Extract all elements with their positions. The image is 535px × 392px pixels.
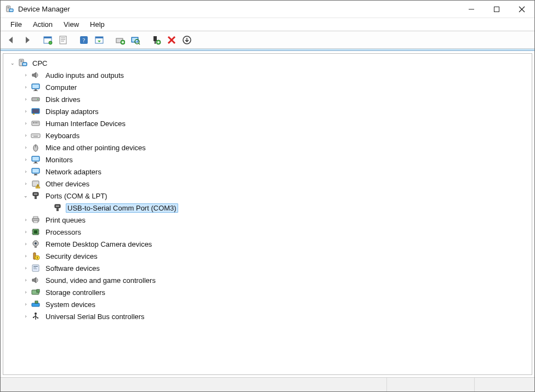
tree-node-label: Security devices <box>44 252 99 261</box>
close-button[interactable] <box>509 1 534 18</box>
scan-hardware-button[interactable] <box>128 33 143 47</box>
tree-node-storage[interactable]: ›Storage controllers <box>5 286 530 298</box>
tree-node-label: Keyboards <box>44 131 81 140</box>
chevron-right-icon[interactable]: › <box>22 228 30 236</box>
mouse-icon <box>31 143 41 152</box>
chevron-right-icon[interactable]: › <box>22 300 30 308</box>
chevron-right-icon[interactable]: › <box>22 132 30 139</box>
tree-node-software[interactable]: ›Software devices <box>5 262 530 274</box>
tree-node-label: Remote Desktop Camera devices <box>44 240 153 249</box>
tree-node-sound[interactable]: ›Sound, video and game controllers <box>5 274 530 286</box>
tree-node-label: Network adapters <box>44 167 103 177</box>
hid-icon <box>31 118 41 128</box>
menu-action[interactable]: Action <box>27 19 58 30</box>
chevron-down-icon[interactable]: ⌄ <box>9 59 16 67</box>
tree-node-other[interactable]: ›Other devices <box>5 178 530 190</box>
update-driver-button[interactable] <box>113 33 127 47</box>
device-tree-pane[interactable]: ⌄CPC›Audio inputs and outputs›Computer›D… <box>3 53 532 375</box>
tree-node-label: Universal Serial Bus controllers <box>44 312 146 321</box>
chevron-right-icon[interactable]: › <box>22 252 30 260</box>
toolbar: ? <box>1 31 534 49</box>
status-cell-1 <box>1 378 386 391</box>
tree-node-label: Processors <box>44 228 83 237</box>
tree-node-label: Print queues <box>44 215 87 225</box>
tree-node-label: Storage controllers <box>44 288 107 297</box>
chevron-right-icon[interactable]: › <box>22 313 30 320</box>
software-device-icon <box>31 263 41 273</box>
camera-icon <box>31 239 41 249</box>
device-manager-window: Device Manager File Action View Help <box>0 0 535 392</box>
disable-button[interactable] <box>180 33 194 47</box>
tree-node-usbserial[interactable]: USB-to-Serial Comm Port (COM3) <box>5 202 530 214</box>
tree-node-camera[interactable]: ›Remote Desktop Camera devices <box>5 238 530 250</box>
tree-node-audio[interactable]: ›Audio inputs and outputs <box>5 69 530 81</box>
tree-node-ports[interactable]: ⌄Ports (COM & LPT) <box>5 190 530 202</box>
cpu-icon <box>31 227 41 237</box>
tree-node-label: Ports (COM & LPT) <box>44 191 109 201</box>
chevron-right-icon[interactable]: › <box>22 95 30 103</box>
chevron-right-icon[interactable]: › <box>22 288 30 296</box>
menu-help[interactable]: Help <box>84 19 110 30</box>
add-legacy-button[interactable] <box>149 33 163 47</box>
chevron-right-icon[interactable]: › <box>22 156 30 163</box>
chevron-right-icon[interactable]: › <box>22 240 30 248</box>
tree-node-label: USB-to-Serial Comm Port (COM3) <box>66 203 178 213</box>
tree-node-monitors[interactable]: ›Monitors <box>5 154 530 166</box>
svg-text:?: ? <box>83 37 86 43</box>
help-button[interactable]: ? <box>77 33 91 47</box>
svg-rect-92 <box>155 41 156 44</box>
back-button[interactable] <box>4 33 19 47</box>
status-cell-2 <box>386 378 474 391</box>
keyboard-icon <box>31 130 41 140</box>
menu-file[interactable]: File <box>5 19 27 30</box>
display-adapter-icon <box>31 106 41 116</box>
chevron-right-icon[interactable]: › <box>22 144 30 151</box>
tree-node-disk[interactable]: ›Disk drives <box>5 93 530 105</box>
titlebar: Device Manager <box>1 1 534 18</box>
tree-node-mice[interactable]: ›Mice and other pointing devices <box>5 141 530 154</box>
refresh-button[interactable] <box>92 33 106 47</box>
tree-node-label: Software devices <box>44 264 101 273</box>
printer-icon <box>31 215 41 225</box>
menubar: File Action View Help <box>1 18 534 31</box>
warning-device-icon <box>31 179 41 189</box>
port-icon <box>31 191 41 201</box>
menu-view[interactable]: View <box>58 19 84 30</box>
uninstall-button[interactable] <box>164 33 179 47</box>
properties-button[interactable] <box>56 33 70 47</box>
usb-icon <box>31 311 41 321</box>
svg-rect-77 <box>60 36 66 44</box>
tree-node-keyboards[interactable]: ›Keyboards <box>5 129 530 141</box>
chevron-right-icon[interactable]: › <box>22 168 30 175</box>
tree-node-printq[interactable]: ›Print queues <box>5 214 530 226</box>
chevron-right-icon[interactable]: › <box>22 120 30 127</box>
minimize-button[interactable] <box>459 1 484 18</box>
tree-node-system[interactable]: ›System devices <box>5 298 530 310</box>
svg-line-90 <box>139 43 140 44</box>
chevron-right-icon[interactable]: › <box>22 216 30 224</box>
tree-node-computer[interactable]: ›Computer <box>5 81 530 93</box>
tree-node-label: Monitors <box>44 155 75 164</box>
svg-rect-91 <box>153 36 157 41</box>
chevron-right-icon[interactable]: › <box>22 107 30 115</box>
chevron-right-icon[interactable]: › <box>22 180 30 188</box>
chevron-right-icon[interactable]: › <box>22 264 30 272</box>
tree-node-root[interactable]: ⌄CPC <box>5 57 530 69</box>
forward-button[interactable] <box>20 33 34 47</box>
tree-node-hid[interactable]: ›Human Interface Devices <box>5 117 530 129</box>
maximize-button[interactable] <box>484 1 509 18</box>
show-hidden-button[interactable] <box>41 33 55 47</box>
tree-node-usb[interactable]: ›Universal Serial Bus controllers <box>5 310 530 322</box>
tree-node-label: Disk drives <box>44 95 82 104</box>
app-icon <box>5 5 14 14</box>
chevron-right-icon[interactable]: › <box>22 276 30 284</box>
tree-node-network[interactable]: ›Network adapters <box>5 166 530 178</box>
chevron-down-icon[interactable]: ⌄ <box>22 192 30 200</box>
chevron-right-icon[interactable]: › <box>22 83 30 91</box>
drive-icon <box>31 94 41 104</box>
svg-rect-75 <box>44 37 52 38</box>
chevron-right-icon[interactable]: › <box>22 71 30 79</box>
tree-node-display[interactable]: ›Display adaptors <box>5 105 530 117</box>
tree-node-security[interactable]: ›Security devices <box>5 250 530 262</box>
tree-node-processors[interactable]: ›Processors <box>5 226 530 238</box>
